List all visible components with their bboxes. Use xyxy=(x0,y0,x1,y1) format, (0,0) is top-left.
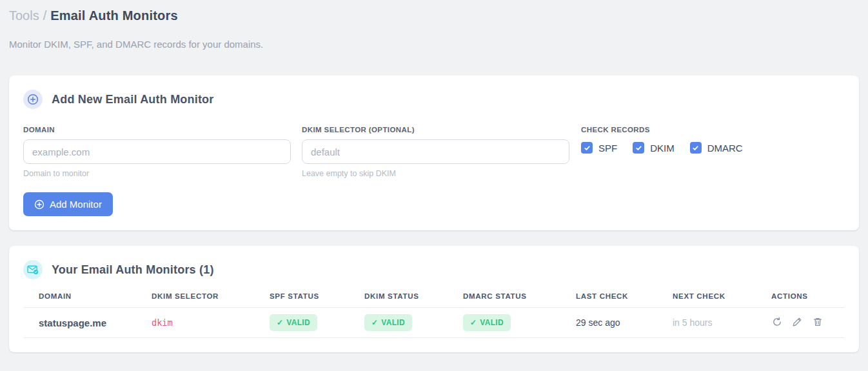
domain-field-group: DOMAIN Domain to monitor xyxy=(23,126,291,178)
check-icon: ✓ xyxy=(470,318,477,327)
monitors-list-card: Your Email Auth Monitors (1) DOMAIN DKIM… xyxy=(9,246,859,352)
edit-icon[interactable] xyxy=(792,316,803,327)
add-monitor-card: Add New Email Auth Monitor DOMAIN Domain… xyxy=(9,75,859,230)
spf-checkbox[interactable]: SPF xyxy=(581,142,617,154)
dkim-status-badge: ✓ VALID xyxy=(364,314,412,331)
add-monitor-form: DOMAIN Domain to monitor DKIM SELECTOR (… xyxy=(23,126,845,178)
breadcrumb: Tools/Email Auth Monitors xyxy=(9,8,859,23)
monitors-list-card-header: Your Email Auth Monitors (1) xyxy=(23,260,845,279)
spf-checkbox-label: SPF xyxy=(598,143,617,154)
checkbox-check-icon xyxy=(581,142,593,154)
refresh-icon[interactable] xyxy=(771,316,782,327)
monitor-last-check: 29 sec ago xyxy=(576,308,673,338)
column-header-dkim-selector: DKIM SELECTOR xyxy=(152,292,270,308)
check-icon: ✓ xyxy=(277,318,283,327)
dkim-selector-field-label: DKIM SELECTOR (OPTIONAL) xyxy=(302,126,569,134)
dmarc-status-badge: ✓ VALID xyxy=(463,314,511,331)
domain-field-hint: Domain to monitor xyxy=(23,169,291,178)
add-monitor-button-label: Add Monitor xyxy=(50,199,102,210)
dmarc-checkbox[interactable]: DMARC xyxy=(690,142,743,154)
column-header-dmarc-status: DMARC STATUS xyxy=(463,292,576,308)
dmarc-status-label: VALID xyxy=(480,318,504,327)
delete-icon[interactable] xyxy=(813,316,824,327)
dkim-checkbox-label: DKIM xyxy=(650,143,675,154)
column-header-actions: ACTIONS xyxy=(771,292,845,308)
plus-circle-icon xyxy=(34,199,44,210)
check-records-row: SPF DKIM DMARC xyxy=(581,142,743,154)
dkim-status-cell: ✓ VALID xyxy=(364,308,463,338)
table-row: statuspage.me dkim ✓ VALID ✓ VALID xyxy=(23,308,845,338)
column-header-spf-status: SPF STATUS xyxy=(270,292,364,308)
dkim-selector-field-hint: Leave empty to skip DKIM xyxy=(302,169,569,178)
dmarc-checkbox-label: DMARC xyxy=(707,143,743,154)
check-icon: ✓ xyxy=(371,318,378,327)
monitor-next-check: in 5 hours xyxy=(673,308,771,338)
dkim-checkbox[interactable]: DKIM xyxy=(633,142,675,154)
monitor-domain: statuspage.me xyxy=(23,308,152,338)
monitor-dkim-selector: dkim xyxy=(152,308,270,338)
checkbox-check-icon xyxy=(690,142,702,154)
check-records-label: CHECK RECORDS xyxy=(581,126,743,134)
domain-field-label: DOMAIN xyxy=(23,126,291,134)
column-header-domain: DOMAIN xyxy=(23,292,152,308)
spf-status-cell: ✓ VALID xyxy=(270,308,364,338)
monitor-actions-cell xyxy=(771,308,845,338)
domain-input[interactable] xyxy=(23,139,291,164)
dkim-selector-input[interactable] xyxy=(302,139,569,164)
column-header-last-check: LAST CHECK xyxy=(576,292,673,308)
plus-circle-icon xyxy=(23,90,43,109)
add-monitor-button[interactable]: Add Monitor xyxy=(23,192,113,216)
email-auth-monitors-page: Tools/Email Auth Monitors Monitor DKIM, … xyxy=(0,0,868,352)
checkbox-check-icon xyxy=(633,142,644,154)
monitors-table-header-row: DOMAIN DKIM SELECTOR SPF STATUS DKIM STA… xyxy=(23,292,845,308)
breadcrumb-separator: / xyxy=(43,8,47,23)
add-monitor-card-title: Add New Email Auth Monitor xyxy=(52,93,214,106)
spf-status-label: VALID xyxy=(286,318,310,327)
monitors-table: DOMAIN DKIM SELECTOR SPF STATUS DKIM STA… xyxy=(23,292,845,338)
monitors-list-card-title: Your Email Auth Monitors (1) xyxy=(52,263,214,277)
page-title: Email Auth Monitors xyxy=(50,8,178,23)
breadcrumb-tools-link[interactable]: Tools xyxy=(9,8,39,23)
dmarc-status-cell: ✓ VALID xyxy=(463,308,576,338)
dkim-selector-field-group: DKIM SELECTOR (OPTIONAL) Leave empty to … xyxy=(302,126,569,178)
dkim-status-label: VALID xyxy=(381,318,405,327)
email-check-icon xyxy=(23,260,43,279)
column-header-next-check: NEXT CHECK xyxy=(673,292,771,308)
check-records-group: CHECK RECORDS SPF DKIM xyxy=(581,126,743,178)
page-subtitle: Monitor DKIM, SPF, and DMARC records for… xyxy=(9,39,859,50)
spf-status-badge: ✓ VALID xyxy=(270,314,317,331)
column-header-dkim-status: DKIM STATUS xyxy=(364,292,463,308)
add-monitor-card-header: Add New Email Auth Monitor xyxy=(23,90,845,109)
